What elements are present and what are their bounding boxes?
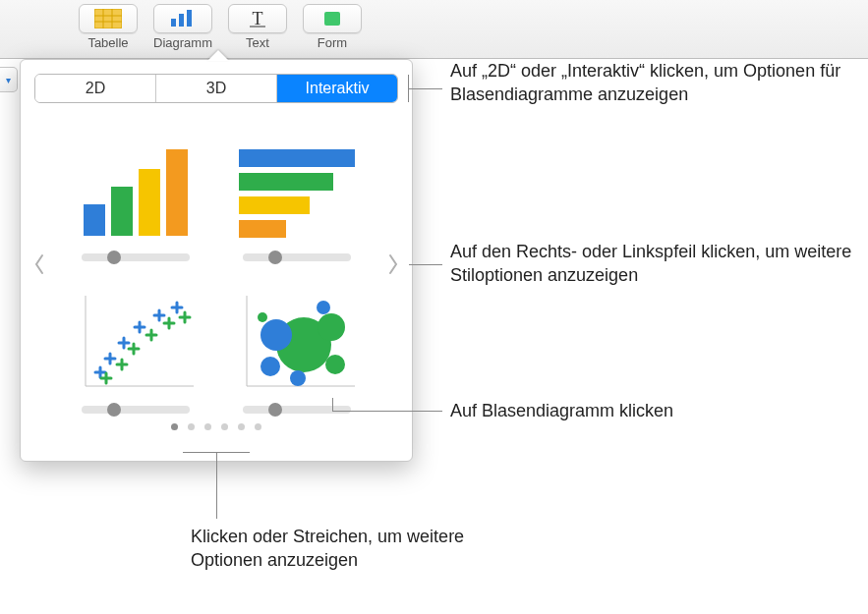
chart-thumb-scatter[interactable] <box>66 271 205 414</box>
bar-chart-icon <box>153 4 212 33</box>
leader-line <box>408 88 442 89</box>
page-dot[interactable] <box>204 423 211 430</box>
chart-picker-popover: 2D 3D Interaktiv <box>20 59 413 462</box>
leader-line <box>332 411 442 412</box>
tab-3d[interactable]: 3D <box>156 75 277 102</box>
page-indicator[interactable] <box>21 423 412 430</box>
callout-tabs: Auf „2D“ oder „Interaktiv“ klicken, um O… <box>450 59 848 107</box>
svg-rect-14 <box>166 149 188 236</box>
page-dot[interactable] <box>171 423 178 430</box>
svg-rect-7 <box>187 10 192 27</box>
svg-rect-11 <box>84 204 105 236</box>
svg-rect-16 <box>239 173 333 191</box>
tab-2d[interactable]: 2D <box>35 75 156 102</box>
chart-thumb-bubble[interactable] <box>227 271 367 414</box>
svg-point-26 <box>260 357 280 376</box>
svg-rect-12 <box>111 187 133 236</box>
toolbar-label: Diagramm <box>153 35 212 50</box>
toolbar-label: Tabelle <box>87 35 128 50</box>
sidebar-dropdown-edge[interactable]: ▾ <box>0 67 18 92</box>
svg-point-27 <box>290 370 306 386</box>
chevron-left-icon[interactable] <box>27 245 52 284</box>
toolbar-label: Form <box>318 35 347 50</box>
svg-rect-6 <box>179 14 184 27</box>
toolbar-item-table[interactable]: Tabelle <box>79 4 138 50</box>
style-slider[interactable] <box>82 406 190 414</box>
svg-rect-18 <box>239 220 286 238</box>
leader-line <box>408 75 409 102</box>
toolbar-item-text[interactable]: T Text <box>228 4 287 50</box>
shape-icon <box>303 4 362 33</box>
svg-rect-17 <box>239 196 310 214</box>
chart-thumb-horizontal-bar[interactable] <box>227 119 367 261</box>
leader-line <box>216 452 217 519</box>
style-slider[interactable] <box>243 406 351 414</box>
svg-rect-13 <box>139 169 160 236</box>
svg-rect-5 <box>171 19 176 27</box>
chevron-right-icon[interactable] <box>380 245 406 284</box>
leader-line <box>332 398 333 412</box>
svg-point-29 <box>317 301 330 314</box>
svg-point-28 <box>325 355 345 374</box>
page-dot[interactable] <box>238 423 245 430</box>
toolbar-item-chart[interactable]: Diagramm <box>153 4 212 50</box>
svg-point-24 <box>260 319 292 351</box>
page-dot[interactable] <box>255 423 261 430</box>
tab-interactive[interactable]: Interaktiv <box>277 75 397 102</box>
table-icon <box>79 4 138 33</box>
page-dot[interactable] <box>188 423 195 430</box>
callout-bubble: Auf Blasendiagramm klicken <box>450 399 843 422</box>
leader-line <box>183 452 250 453</box>
svg-rect-15 <box>239 149 355 167</box>
callout-dots: Klicken oder Streichen, um weitere Optio… <box>191 525 525 573</box>
chart-type-segmented-control: 2D 3D Interaktiv <box>34 74 398 103</box>
svg-point-25 <box>318 313 345 341</box>
style-slider[interactable] <box>82 253 190 261</box>
svg-rect-0 <box>94 9 122 28</box>
toolbar: Tabelle Diagramm T Text Form <box>0 0 868 59</box>
toolbar-label: Text <box>246 35 269 50</box>
toolbar-item-shape[interactable]: Form <box>303 4 362 50</box>
chart-thumbnail-grid <box>21 107 412 421</box>
svg-rect-10 <box>324 12 340 26</box>
text-icon: T <box>228 4 287 33</box>
callout-arrows: Auf den Rechts- oder Linkspfeil klicken,… <box>450 240 858 288</box>
page-dot[interactable] <box>221 423 228 430</box>
svg-text:T: T <box>253 9 263 28</box>
style-slider[interactable] <box>243 253 351 261</box>
leader-line <box>409 264 442 265</box>
svg-point-30 <box>258 312 267 322</box>
chart-thumb-vertical-bar[interactable] <box>66 119 205 261</box>
